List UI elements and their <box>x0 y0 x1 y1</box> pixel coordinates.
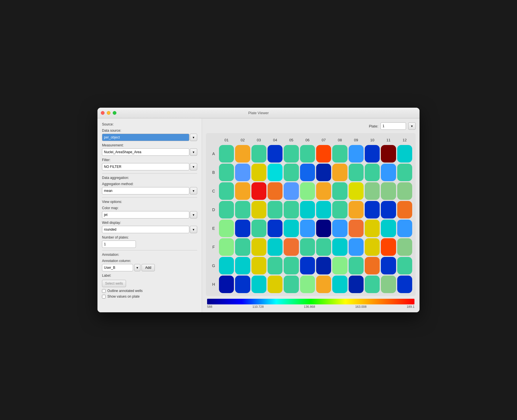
well-G02[interactable] <box>235 257 250 274</box>
well-G08[interactable] <box>332 257 347 274</box>
num-plates-input[interactable] <box>102 241 136 248</box>
aggregation-method-dropdown-btn[interactable]: ▼ <box>190 187 197 194</box>
well-F11[interactable] <box>381 238 396 256</box>
filter-input[interactable] <box>102 163 189 170</box>
well-E02[interactable] <box>235 220 250 237</box>
well-G03[interactable] <box>251 257 266 274</box>
well-H02[interactable] <box>235 276 250 293</box>
maximize-button[interactable] <box>113 111 116 115</box>
well-F01[interactable] <box>219 238 234 256</box>
well-A07[interactable] <box>316 145 331 163</box>
well-G10[interactable] <box>365 257 380 274</box>
well-F03[interactable] <box>251 238 266 256</box>
data-source-input[interactable] <box>102 134 189 141</box>
well-E11[interactable] <box>381 220 396 237</box>
well-display-dropdown-btn[interactable]: ▼ <box>190 226 197 233</box>
well-F02[interactable] <box>235 238 250 256</box>
data-source-dropdown-btn[interactable]: ▼ <box>190 134 197 141</box>
well-C01[interactable] <box>219 182 234 200</box>
well-G04[interactable] <box>268 257 283 274</box>
well-G11[interactable] <box>381 257 396 274</box>
well-E12[interactable] <box>397 220 412 237</box>
well-E05[interactable] <box>284 220 299 237</box>
measurement-input[interactable] <box>102 148 189 156</box>
well-A06[interactable] <box>300 145 315 163</box>
well-D05[interactable] <box>284 201 299 218</box>
select-wells-button[interactable]: Select wells <box>102 280 126 287</box>
well-H07[interactable] <box>316 276 331 293</box>
aggregation-method-input[interactable] <box>102 187 189 194</box>
well-E10[interactable] <box>365 220 380 237</box>
filter-dropdown-btn[interactable]: ▼ <box>190 163 197 170</box>
well-D07[interactable] <box>316 201 331 218</box>
well-F06[interactable] <box>300 238 315 256</box>
well-display-input[interactable] <box>102 226 189 233</box>
outline-checkbox[interactable] <box>102 289 106 293</box>
well-C02[interactable] <box>235 182 250 200</box>
well-A11[interactable] <box>381 145 396 163</box>
well-A03[interactable] <box>251 145 266 163</box>
well-E04[interactable] <box>268 220 283 237</box>
well-D02[interactable] <box>235 201 250 218</box>
well-B05[interactable] <box>284 164 299 181</box>
well-C12[interactable] <box>397 182 412 200</box>
well-H03[interactable] <box>251 276 266 293</box>
well-G05[interactable] <box>284 257 299 274</box>
well-H01[interactable] <box>219 276 234 293</box>
well-H10[interactable] <box>365 276 380 293</box>
well-F09[interactable] <box>349 238 364 256</box>
well-A08[interactable] <box>332 145 347 163</box>
well-H04[interactable] <box>268 276 283 293</box>
well-E08[interactable] <box>332 220 347 237</box>
well-G07[interactable] <box>316 257 331 274</box>
well-C07[interactable] <box>316 182 331 200</box>
well-F04[interactable] <box>268 238 283 256</box>
well-C03[interactable] <box>251 182 266 200</box>
well-A12[interactable] <box>397 145 412 163</box>
well-F12[interactable] <box>397 238 412 256</box>
well-A02[interactable] <box>235 145 250 163</box>
annotation-column-input[interactable] <box>102 264 133 271</box>
well-H11[interactable] <box>381 276 396 293</box>
well-E03[interactable] <box>251 220 266 237</box>
well-G12[interactable] <box>397 257 412 274</box>
well-E01[interactable] <box>219 220 234 237</box>
well-F10[interactable] <box>365 238 380 256</box>
close-button[interactable] <box>101 111 105 115</box>
well-G01[interactable] <box>219 257 234 274</box>
well-D01[interactable] <box>219 201 234 218</box>
well-F05[interactable] <box>284 238 299 256</box>
well-H05[interactable] <box>284 276 299 293</box>
well-A10[interactable] <box>365 145 380 163</box>
well-B04[interactable] <box>268 164 283 181</box>
well-E06[interactable] <box>300 220 315 237</box>
minimize-button[interactable] <box>107 111 110 115</box>
well-B09[interactable] <box>349 164 364 181</box>
well-C06[interactable] <box>300 182 315 200</box>
plate-dropdown-btn[interactable]: ▼ <box>408 122 416 130</box>
well-A09[interactable] <box>349 145 364 163</box>
well-B10[interactable] <box>365 164 380 181</box>
measurement-dropdown-btn[interactable]: ▼ <box>190 148 197 156</box>
well-D04[interactable] <box>268 201 283 218</box>
well-A05[interactable] <box>284 145 299 163</box>
well-B01[interactable] <box>219 164 234 181</box>
well-D11[interactable] <box>381 201 396 218</box>
well-B12[interactable] <box>397 164 412 181</box>
well-C09[interactable] <box>349 182 364 200</box>
well-F08[interactable] <box>332 238 347 256</box>
well-B11[interactable] <box>381 164 396 181</box>
color-map-input[interactable] <box>102 211 189 218</box>
well-D06[interactable] <box>300 201 315 218</box>
well-B02[interactable] <box>235 164 250 181</box>
well-D08[interactable] <box>332 201 347 218</box>
well-F07[interactable] <box>316 238 331 256</box>
annotation-column-dropdown-btn[interactable]: ▼ <box>134 264 140 271</box>
well-H09[interactable] <box>349 276 364 293</box>
well-G09[interactable] <box>349 257 364 274</box>
well-C10[interactable] <box>365 182 380 200</box>
well-B06[interactable] <box>300 164 315 181</box>
well-C08[interactable] <box>332 182 347 200</box>
add-button[interactable]: Add <box>142 264 155 271</box>
well-C05[interactable] <box>284 182 299 200</box>
